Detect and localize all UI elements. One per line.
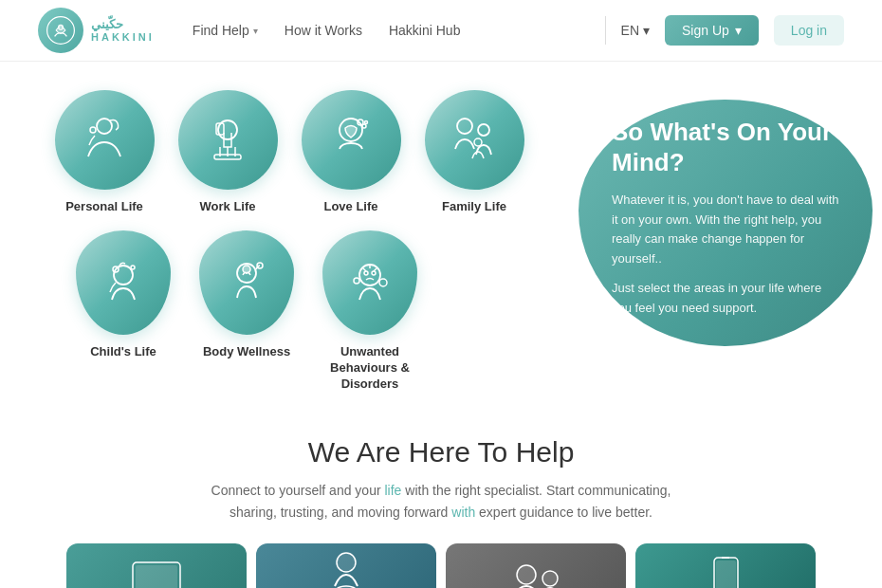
unwanted-behaviours-icon	[322, 230, 417, 335]
svg-point-13	[474, 138, 482, 146]
bottom-cards-row	[38, 543, 844, 588]
logo-arabic: حكّيني	[91, 18, 155, 31]
icons-section: Personal Life Work Life	[47, 90, 579, 408]
love-life-icon	[302, 90, 401, 190]
personal-life-icon	[55, 90, 155, 190]
lang-arrow-icon: ▾	[643, 23, 650, 38]
teal-text-with: with	[451, 505, 475, 520]
nav-how-it-works[interactable]: How it Works	[285, 23, 362, 38]
svg-point-23	[379, 279, 387, 286]
svg-point-18	[243, 266, 250, 273]
login-button[interactable]: Log in	[774, 15, 844, 46]
childs-life-card[interactable]: Child's Life	[66, 230, 180, 393]
bottom-subtitle: Connect to yourself and your life with t…	[204, 480, 678, 525]
svg-point-22	[372, 271, 376, 275]
personal-life-card[interactable]: Personal Life	[47, 90, 161, 215]
svg-rect-33	[716, 560, 736, 588]
unwanted-behaviours-label: Unwanted Behaviours & Disorders	[322, 344, 417, 393]
bubble-text-2: Just select the areas in your life where…	[612, 279, 839, 319]
svg-rect-6	[214, 155, 241, 159]
svg-point-9	[362, 124, 366, 128]
bottom-card-4	[635, 543, 816, 588]
svg-point-2	[97, 119, 112, 134]
body-wellness-card[interactable]: Body Wellness	[190, 230, 303, 393]
bottom-card-2	[256, 543, 436, 588]
bubble-title: So What's On Your Mind?	[612, 118, 839, 176]
work-life-card[interactable]: Work Life	[171, 90, 285, 215]
header: حكّيني HAKKINI Find Help ▾ How it Works …	[0, 0, 882, 62]
family-life-icon	[425, 90, 524, 190]
find-help-arrow-icon: ▾	[253, 26, 258, 36]
svg-point-14	[114, 266, 133, 285]
family-life-card[interactable]: Family Life	[417, 90, 531, 215]
svg-point-31	[542, 571, 558, 586]
bottom-section: We Are Here To Help Connect to yourself …	[0, 427, 882, 588]
svg-point-24	[354, 278, 359, 284]
childs-life-icon	[76, 230, 171, 335]
nav-hakkini-hub[interactable]: Hakkini Hub	[389, 23, 460, 38]
unwanted-behaviours-card[interactable]: Unwanted Behaviours & Disorders	[313, 230, 427, 393]
logo-text: حكّيني HAKKINI	[91, 18, 155, 43]
svg-point-12	[478, 124, 489, 136]
main-nav: Find Help ▾ How it Works Hakkini Hub	[193, 23, 605, 38]
logo[interactable]: حكّيني HAKKINI	[38, 8, 155, 53]
logo-english: HAKKINI	[91, 31, 155, 43]
svg-point-3	[90, 127, 96, 133]
icons-row-2: Child's Life Body Wellness	[47, 230, 579, 393]
work-life-icon	[178, 90, 278, 190]
teal-text-life: life	[384, 483, 401, 498]
family-life-label: Family Life	[442, 199, 506, 215]
svg-point-11	[457, 119, 472, 134]
signup-arrow-icon: ▾	[735, 23, 742, 38]
signup-button[interactable]: Sign Up ▾	[665, 15, 759, 46]
bubble-shape: So What's On Your Mind? Whatever it is, …	[579, 100, 873, 346]
bottom-card-1	[66, 543, 247, 588]
svg-point-16	[131, 266, 135, 269]
svg-point-21	[364, 271, 368, 275]
icons-row-1: Personal Life Work Life	[47, 90, 579, 215]
work-life-label: Work Life	[200, 199, 256, 215]
bubble-text-1: Whatever it is, you don't have to deal w…	[612, 191, 839, 269]
love-life-label: Love Life	[323, 199, 377, 215]
svg-rect-28	[136, 565, 177, 588]
header-divider	[605, 16, 606, 45]
bottom-title: We Are Here To Help	[38, 436, 844, 469]
logo-icon	[38, 8, 83, 53]
language-selector[interactable]: EN ▾	[621, 23, 650, 38]
header-right: EN ▾ Sign Up ▾ Log in	[605, 15, 844, 46]
svg-point-10	[364, 121, 367, 124]
bottom-card-3	[446, 543, 626, 588]
body-wellness-icon	[199, 230, 294, 335]
svg-point-30	[517, 565, 536, 584]
love-life-card[interactable]: Love Life	[294, 90, 408, 215]
personal-life-label: Personal Life	[65, 199, 143, 215]
svg-point-29	[337, 553, 356, 572]
childs-life-label: Child's Life	[90, 344, 156, 360]
body-wellness-label: Body Wellness	[203, 344, 290, 360]
main-content: Personal Life Work Life	[0, 62, 882, 427]
mind-bubble: So What's On Your Mind? Whatever it is, …	[579, 100, 882, 346]
nav-find-help[interactable]: Find Help ▾	[193, 23, 258, 38]
